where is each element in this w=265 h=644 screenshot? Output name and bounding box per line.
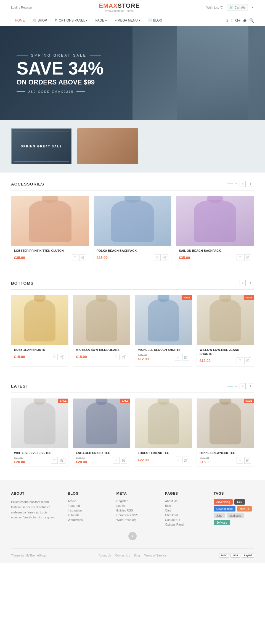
bottoms-products: RUBY JEAN SHORTS £15.00 ♡ 🛒 MARISSA BOYF… — [11, 295, 254, 367]
product-image — [73, 295, 130, 345]
add-to-cart-button[interactable]: 🛒 — [59, 354, 65, 360]
footer-bottom-links: About Us Contact Us Blog Terms of Servic… — [99, 554, 166, 557]
dropdown-arrow-icon[interactable]: ▼ — [251, 6, 254, 9]
product-info: MICHELLE SLOUCH SHORTS £15.00 £12.00 ♡ 🛒 — [135, 345, 192, 363]
footer-pages-link-cart[interactable]: Cart — [165, 509, 205, 512]
twitter-icon[interactable]: 𝕏 — [226, 18, 229, 23]
add-to-cart-button[interactable]: 🛒 — [244, 254, 251, 261]
prev-arrow[interactable]: < — [240, 280, 246, 286]
product-info: LOBSTER PRINT KITTEN CLUTCH £35.00 ♡ 🛒 — [11, 246, 89, 263]
next-arrow[interactable]: > — [248, 181, 254, 187]
footer-meta-link-wordpress[interactable]: WordPress.org — [116, 518, 157, 521]
logo-text: EMAXSTORE — [99, 2, 140, 9]
add-to-cart-button[interactable]: 🛒 — [182, 354, 189, 361]
rss-icon[interactable]: ◉ — [243, 18, 247, 23]
header: Login / Register EMAXSTORE WooCommerce T… — [0, 0, 265, 15]
next-arrow[interactable]: > — [248, 280, 254, 286]
wishlist-button[interactable]: ♡ — [175, 354, 181, 361]
footer-bottom-link-contact[interactable]: Contact Us — [115, 554, 130, 557]
add-to-cart-button[interactable]: 🛒 — [121, 354, 127, 360]
product-name: ENGAGED UNISEX TEE — [76, 451, 127, 455]
accessories-header: ACCESSORIES < > — [11, 181, 254, 190]
product-actions: ♡ 🛒 — [175, 354, 189, 361]
nav-page[interactable]: PAGE ▾ — [91, 15, 111, 26]
nav-options-panel[interactable]: ⚙ OPTIONS PANEL ▾ — [51, 15, 91, 26]
add-to-cart-button[interactable]: 🛒 — [244, 357, 251, 364]
footer-pages-link-checkout[interactable]: Checkout — [165, 513, 205, 517]
payment-icons: DISC VISA PayPal — [219, 553, 254, 558]
nav-blog[interactable]: 📄 BLOG — [144, 15, 166, 26]
cart-button[interactable]: 🛒 Cart (0) — [227, 4, 248, 10]
nav-mega-menu[interactable]: ≡ MEGA MENU ▾ — [111, 15, 144, 26]
product-image: SALE — [11, 399, 68, 448]
product-info: ENGAGED UNISEX TEE £30.00 £20.00 ♡ 🛒 — [73, 448, 130, 466]
footer-pages-link-contact[interactable]: Contact Us — [165, 518, 205, 521]
footer-blog-link-featured[interactable]: Featured — [68, 504, 108, 507]
footer-pages-link-blog[interactable]: Blog — [165, 504, 205, 507]
search-icon[interactable]: 🔍 — [249, 18, 254, 23]
footer-blog-link-tutorials[interactable]: Tutorials — [68, 513, 108, 517]
carousel-item-2[interactable] — [77, 128, 138, 164]
tag-advertising[interactable]: Advertising — [214, 499, 233, 505]
tag-software[interactable]: Software — [214, 520, 230, 525]
add-to-cart-button[interactable]: 🛒 — [121, 457, 127, 464]
nav-home[interactable]: HOME — [11, 15, 29, 26]
product-actions: ♡ 🛒 — [237, 457, 251, 464]
footer-blog-link-inspiration[interactable]: Inspiration — [68, 509, 108, 512]
footer-meta-link-comments-rss[interactable]: Comments RSS — [116, 513, 157, 517]
wishlist-button[interactable]: ♡ — [51, 457, 58, 464]
add-to-cart-button[interactable]: 🛒 — [182, 457, 189, 463]
login-register-link[interactable]: Login / Register — [11, 6, 32, 9]
facebook-icon[interactable]: f — [231, 18, 232, 23]
footer-blog-link-wordpress[interactable]: WordPress — [68, 518, 108, 521]
wishlist-button[interactable]: ♡ — [113, 354, 120, 360]
footer-blog-link-article[interactable]: Article — [68, 499, 108, 503]
product-old-price: £15.00 — [200, 457, 211, 460]
wishlist-button[interactable]: ♡ — [154, 254, 161, 261]
footer-meta-link-register[interactable]: Register — [116, 499, 157, 503]
wishlist-button[interactable]: ♡ — [237, 357, 243, 364]
sale-badge: SALE — [58, 399, 68, 403]
tag-marketing[interactable]: Marketing — [227, 513, 244, 518]
footer-bottom: Theme by MyThemeShop About Us Contact Us… — [11, 548, 254, 558]
product-image: SALE — [135, 295, 192, 345]
product-actions: ♡ 🛒 — [113, 457, 127, 464]
tag-dev[interactable]: Dev — [234, 499, 245, 505]
wishlist-button[interactable]: ♡ — [72, 254, 78, 261]
prev-arrow[interactable]: < — [240, 181, 246, 187]
wishlist-button[interactable]: ♡ — [51, 354, 58, 360]
product-footer: £15.00 ♡ 🛒 — [76, 354, 127, 360]
tag-howto[interactable]: How To — [237, 506, 252, 512]
footer-about-text: Pellentesque habitant morbi tristique se… — [11, 499, 59, 520]
footer-bottom-link-terms[interactable]: Terms of Service — [144, 554, 166, 557]
next-arrow[interactable]: > — [248, 383, 254, 389]
product-price: £35.00 — [14, 256, 25, 260]
footer-pages-link-about[interactable]: About Us — [165, 499, 205, 503]
google-plus-icon[interactable]: G+ — [235, 18, 240, 23]
footer-bottom-link-about[interactable]: About Us — [99, 554, 111, 557]
wishlist-button[interactable]: ♡ — [113, 457, 120, 464]
product-old-price: £25.00 — [14, 457, 25, 460]
footer-meta-link-entries-rss[interactable]: Entries RSS — [116, 509, 157, 512]
tag-jobs[interactable]: Jobs — [214, 513, 225, 518]
wishlist-button[interactable]: ♡ — [175, 457, 181, 463]
footer-meta-link-login[interactable]: Log in — [116, 504, 157, 507]
add-to-cart-button[interactable]: 🛒 — [244, 457, 251, 464]
wishlist-button[interactable]: ♡ — [237, 254, 243, 261]
scroll-to-top-button[interactable]: ▲ — [128, 532, 137, 540]
add-to-cart-button[interactable]: 🛒 — [59, 457, 65, 464]
footer-bottom-link-blog[interactable]: Blog — [134, 554, 140, 557]
tag-development[interactable]: Development — [214, 506, 235, 512]
add-to-cart-button[interactable]: 🛒 — [162, 254, 168, 261]
nav-shop[interactable]: 🛒 SHOP — [29, 15, 51, 26]
product-image: SALE — [197, 295, 254, 345]
footer-pages-link-options[interactable]: Options Panel — [165, 523, 205, 526]
prev-arrow[interactable]: < — [240, 383, 246, 389]
wishlist-button[interactable]: ♡ — [237, 457, 243, 464]
wishlist-link[interactable]: Wish List (0) — [206, 6, 223, 9]
logo-emax: EMAX — [99, 2, 118, 9]
product-price: £35.00 — [97, 256, 108, 260]
carousel-item-1[interactable]: SPRING GREAT SALE — [11, 128, 72, 164]
bottoms-header: BOTTOMS < > — [11, 280, 254, 290]
add-to-cart-button[interactable]: 🛒 — [80, 254, 86, 261]
